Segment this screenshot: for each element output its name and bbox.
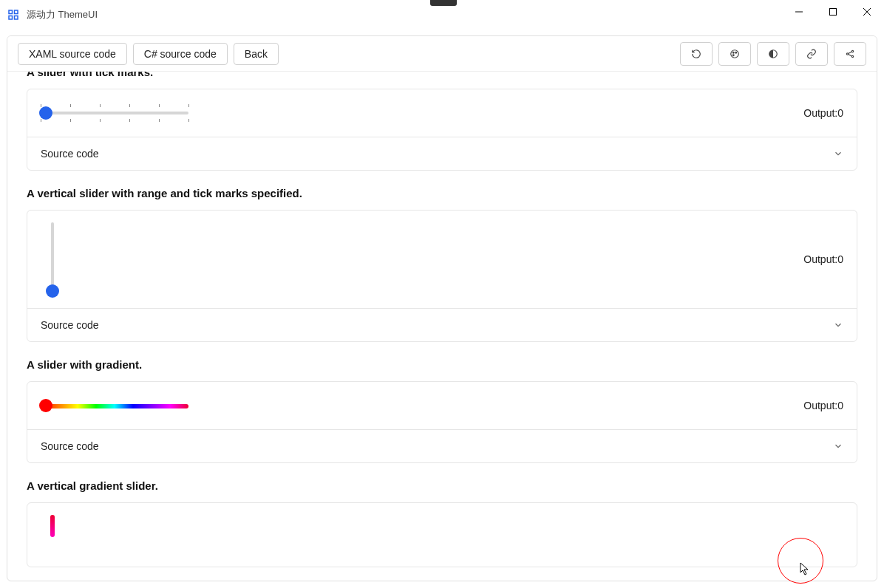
expander-label: Source code bbox=[41, 440, 99, 452]
section-title-gradient-slider: A slider with gradient. bbox=[7, 342, 877, 381]
card-tick-slider: Output:0 Source code bbox=[27, 89, 857, 171]
section-title-tick-slider: A slider with tick marks. bbox=[7, 72, 877, 89]
content-scroll[interactable]: A slider with tick marks. Output:0 Sourc… bbox=[7, 72, 877, 581]
section-title-vertical-slider: A vertical slider with range and tick ma… bbox=[7, 171, 877, 210]
theme-toggle-button[interactable] bbox=[757, 42, 789, 66]
toolbar: XAML source code C# source code Back bbox=[7, 36, 877, 72]
chevron-down-icon bbox=[833, 148, 843, 159]
slider-track-gradient bbox=[41, 404, 188, 408]
minimize-button[interactable] bbox=[782, 0, 816, 24]
refresh-button[interactable] bbox=[680, 42, 713, 66]
svg-point-11 bbox=[851, 55, 853, 57]
slider-thumb[interactable] bbox=[39, 399, 52, 412]
app-frame: XAML source code C# source code Back A s… bbox=[7, 35, 877, 581]
card-body: Output:0 bbox=[27, 89, 857, 137]
slider-thumb[interactable] bbox=[39, 106, 52, 120]
horizontal-slider-gradient[interactable] bbox=[41, 394, 188, 417]
svg-point-10 bbox=[851, 50, 853, 52]
slider-track-gradient bbox=[50, 515, 55, 537]
card-body: Output:0 bbox=[27, 382, 857, 429]
source-code-expander[interactable]: Source code bbox=[27, 137, 857, 170]
card-vertical-gradient-slider bbox=[27, 502, 857, 567]
output-text: Output: bbox=[803, 400, 837, 411]
horizontal-slider-ticks[interactable] bbox=[41, 101, 188, 125]
card-body bbox=[27, 503, 857, 567]
card-gradient-slider: Output:0 Source code bbox=[27, 381, 857, 463]
share-button[interactable] bbox=[834, 42, 866, 66]
slider-thumb[interactable] bbox=[46, 284, 59, 298]
titlebar: 源动力 ThemeUI bbox=[0, 0, 884, 30]
svg-point-7 bbox=[732, 54, 734, 55]
vertical-slider-gradient[interactable] bbox=[41, 515, 64, 537]
window-controls bbox=[782, 0, 884, 24]
card-vertical-slider: Output:0 Source code bbox=[27, 210, 857, 342]
svg-rect-1 bbox=[830, 9, 837, 16]
svg-point-5 bbox=[732, 52, 734, 53]
card-body: Output:0 bbox=[27, 211, 857, 308]
output-value: 0 bbox=[837, 400, 843, 411]
xaml-source-button[interactable]: XAML source code bbox=[18, 43, 127, 65]
output-label: Output:0 bbox=[803, 400, 843, 411]
output-label: Output:0 bbox=[803, 107, 843, 119]
window-title: 源动力 ThemeUI bbox=[27, 8, 98, 21]
back-button[interactable]: Back bbox=[234, 43, 279, 65]
slider-track bbox=[41, 112, 188, 114]
titlebar-top-marker bbox=[430, 0, 457, 6]
link-button[interactable] bbox=[795, 42, 828, 66]
svg-point-9 bbox=[846, 52, 848, 54]
output-value: 0 bbox=[837, 253, 843, 265]
maximize-button[interactable] bbox=[816, 0, 850, 24]
section-title-vertical-gradient-slider: A vertical gradient slider. bbox=[7, 463, 877, 502]
close-button[interactable] bbox=[850, 0, 884, 24]
expander-label: Source code bbox=[41, 148, 99, 160]
app-icon bbox=[6, 7, 21, 22]
output-value: 0 bbox=[837, 107, 843, 119]
output-label: Output:0 bbox=[803, 253, 843, 265]
svg-point-4 bbox=[731, 49, 739, 58]
chevron-down-icon bbox=[833, 441, 843, 451]
source-code-expander[interactable]: Source code bbox=[27, 429, 857, 462]
output-text: Output: bbox=[803, 253, 837, 265]
expander-label: Source code bbox=[41, 319, 99, 331]
svg-line-12 bbox=[849, 52, 852, 53]
output-text: Output: bbox=[803, 107, 837, 119]
csharp-source-button[interactable]: C# source code bbox=[133, 43, 228, 65]
svg-line-13 bbox=[849, 54, 852, 55]
source-code-expander[interactable]: Source code bbox=[27, 308, 857, 341]
palette-button[interactable] bbox=[718, 42, 751, 66]
svg-point-6 bbox=[735, 52, 737, 53]
chevron-down-icon bbox=[833, 320, 843, 330]
vertical-slider[interactable] bbox=[41, 222, 64, 296]
